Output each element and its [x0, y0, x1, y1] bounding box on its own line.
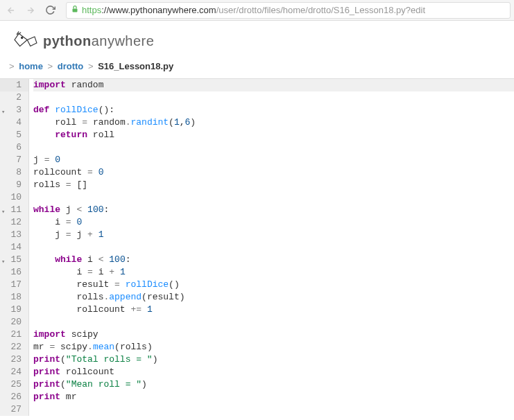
code-line[interactable] — [33, 316, 514, 329]
code-line[interactable]: while i < 100: — [33, 254, 514, 266]
line-number[interactable]: 22 — [0, 341, 28, 353]
code-line[interactable]: mr = scipy.mean(rolls) — [33, 341, 514, 353]
line-number[interactable]: 8 — [0, 166, 28, 179]
breadcrumb: > home > drotto > S16_Lesson18.py — [0, 58, 514, 78]
code-line[interactable]: j = j + 1 — [33, 229, 514, 241]
code-editor[interactable]: 12▾345678910▾11121314▾151617181920212223… — [0, 78, 514, 416]
back-button[interactable] — [3, 3, 19, 18]
breadcrumb-current: S16_Lesson18.py — [98, 61, 173, 71]
code-area[interactable]: import randomdef rollDice(): roll = rand… — [29, 79, 514, 416]
url-text: https://www.pythonanywhere.com/user/drot… — [82, 5, 506, 15]
code-line[interactable]: print("Mean roll = ") — [33, 378, 514, 391]
line-number[interactable]: 5 — [0, 129, 28, 141]
code-line[interactable] — [33, 141, 514, 154]
code-line[interactable]: rolls.append(result) — [33, 291, 514, 304]
line-number[interactable]: 27 — [0, 403, 28, 416]
line-number[interactable]: 21 — [0, 329, 28, 341]
line-number[interactable]: 18 — [0, 291, 28, 304]
line-number[interactable]: ▾3 — [0, 104, 28, 116]
code-line[interactable]: import scipy — [33, 329, 514, 341]
line-gutter: 12▾345678910▾11121314▾151617181920212223… — [0, 79, 29, 416]
code-line[interactable] — [33, 241, 514, 254]
address-bar[interactable]: https://www.pythonanywhere.com/user/drot… — [66, 2, 511, 19]
code-line[interactable]: result = rollDice() — [33, 279, 514, 291]
line-number[interactable]: 20 — [0, 316, 28, 329]
line-number[interactable]: 14 — [0, 241, 28, 254]
code-line[interactable]: j = 0 — [33, 154, 514, 166]
line-number[interactable]: ▾15 — [0, 254, 28, 266]
line-number[interactable]: 17 — [0, 279, 28, 291]
code-line[interactable]: rolls = [] — [33, 179, 514, 191]
breadcrumb-sep: > — [48, 61, 53, 71]
line-number[interactable]: 16 — [0, 266, 28, 279]
lock-icon — [71, 5, 79, 15]
svg-point-1 — [22, 37, 23, 38]
line-number[interactable]: 6 — [0, 141, 28, 154]
line-number[interactable]: 13 — [0, 229, 28, 241]
site-logo[interactable]: pythonanywhere — [0, 21, 514, 58]
line-number[interactable]: 26 — [0, 391, 28, 403]
breadcrumb-home[interactable]: home — [19, 61, 43, 71]
code-line[interactable]: while j < 100: — [33, 204, 514, 216]
snake-logo-icon — [12, 29, 39, 53]
forward-button[interactable] — [23, 3, 38, 18]
code-line[interactable]: print rollcount — [33, 366, 514, 378]
line-number[interactable]: 2 — [0, 91, 28, 104]
code-line[interactable]: roll = random.randint(1,6) — [33, 116, 514, 129]
line-number[interactable]: 12 — [0, 216, 28, 229]
code-line[interactable]: print mr — [33, 391, 514, 403]
code-line[interactable]: print("Total rolls = ") — [33, 353, 514, 366]
line-number[interactable]: 4 — [0, 116, 28, 129]
browser-toolbar: https://www.pythonanywhere.com/user/drot… — [0, 0, 514, 21]
reload-button[interactable] — [42, 3, 58, 18]
line-number[interactable]: 10 — [0, 191, 28, 204]
code-line[interactable]: i = 0 — [33, 216, 514, 229]
code-line[interactable]: def rollDice(): — [33, 104, 514, 116]
line-number[interactable]: 9 — [0, 179, 28, 191]
code-line[interactable]: i = i + 1 — [33, 266, 514, 279]
breadcrumb-sep: > — [9, 61, 15, 71]
line-number[interactable]: 23 — [0, 353, 28, 366]
code-line[interactable]: return roll — [33, 129, 514, 141]
logo-text: pythonanywhere — [43, 33, 154, 49]
line-number[interactable]: ▾11 — [0, 204, 28, 216]
code-line[interactable] — [33, 191, 514, 204]
line-number[interactable]: 25 — [0, 378, 28, 391]
line-number[interactable]: 24 — [0, 366, 28, 378]
line-number[interactable]: 7 — [0, 154, 28, 166]
code-line[interactable]: import random — [33, 79, 514, 91]
svg-rect-0 — [73, 9, 78, 12]
line-number[interactable]: 19 — [0, 304, 28, 316]
code-line[interactable]: rollcount = 0 — [33, 166, 514, 179]
breadcrumb-sep: > — [88, 61, 94, 71]
code-line[interactable]: rollcount += 1 — [33, 304, 514, 316]
line-number[interactable]: 1 — [0, 79, 28, 91]
code-line[interactable] — [33, 403, 514, 416]
code-line[interactable] — [33, 91, 514, 104]
breadcrumb-user[interactable]: drotto — [58, 61, 84, 71]
